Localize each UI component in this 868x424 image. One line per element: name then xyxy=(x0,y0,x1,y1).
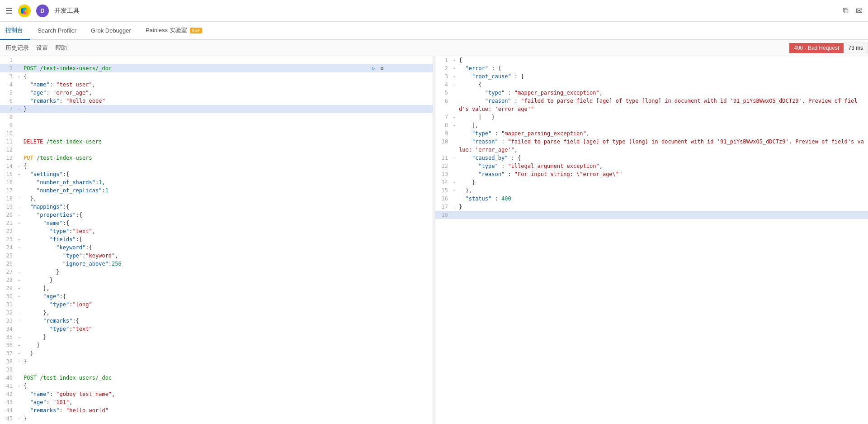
table-row: 1 xyxy=(0,56,433,64)
table-row: 40 POST /test-index-users/_doc xyxy=(0,374,433,382)
table-row: 22 "type":"text", xyxy=(0,227,433,235)
table-row: 5 "age": "error_age", xyxy=(0,89,433,97)
table-row: 31 "type":"long" xyxy=(0,300,433,309)
right-editor-pane[interactable]: 1 - { 2 - "error" : { 3 - "root_cause" :… xyxy=(435,56,868,424)
table-row: 7 - | } xyxy=(435,113,868,121)
left-editor-pane[interactable]: 1 2 POST /test-index-users/_doc ▷ ⚙ 3 - … xyxy=(0,56,433,424)
table-row: 43 "age": "101", xyxy=(0,398,433,406)
table-row: 41 - { xyxy=(0,382,433,390)
table-row: 12 xyxy=(0,146,433,154)
table-row: 18 - }, xyxy=(0,195,433,203)
table-row: 45 - } xyxy=(0,414,433,423)
table-row: 1 - { xyxy=(435,56,868,64)
svg-point-3 xyxy=(21,8,24,14)
table-row: 37 - } xyxy=(0,349,433,357)
table-row: 30 - "age":{ xyxy=(0,292,433,300)
table-row: 23 - "fields":{ xyxy=(0,235,433,243)
svg-point-0 xyxy=(18,5,31,17)
history-button[interactable]: 历史记录 xyxy=(5,44,29,52)
table-row: 24 - "keyword":{ xyxy=(0,243,433,252)
table-row: 11 DELETE /test-index-users xyxy=(0,138,433,146)
table-row: 15 - "settings":{ xyxy=(0,170,433,178)
table-row: 21 - "name":{ xyxy=(0,219,433,227)
extension-icon[interactable]: ⧉ xyxy=(843,6,849,15)
table-row: 44 "remarks": "hello world" xyxy=(0,406,433,414)
table-row: 17 - } xyxy=(435,203,868,211)
table-row: 8 xyxy=(0,113,433,121)
right-icons: ⧉ ✉ xyxy=(843,6,863,16)
table-row: 5 "type" : "mapper_parsing_exception", xyxy=(435,89,868,97)
table-row: 18 xyxy=(435,211,868,219)
table-row: 6 "reason" : "failed to parse field [age… xyxy=(435,97,868,113)
table-row: 3 - { xyxy=(0,72,433,81)
table-row: 14 - } xyxy=(435,178,868,186)
svg-point-4 xyxy=(25,8,28,14)
app-user-badge: D xyxy=(36,5,49,17)
table-row: 11 - "caused_by" : { xyxy=(435,154,868,162)
table-row: 39 xyxy=(0,366,433,374)
left-code-area: 1 2 POST /test-index-users/_doc ▷ ⚙ 3 - … xyxy=(0,56,433,424)
table-row: 29 - }, xyxy=(0,284,433,292)
table-row: 25 "type":"keyword", xyxy=(0,252,433,260)
status-bar: 400 - Bad Request 73 ms xyxy=(789,40,868,56)
response-time-badge: 73 ms xyxy=(844,43,868,53)
table-row: 32 - }, xyxy=(0,309,433,317)
table-row: 36 - } xyxy=(0,341,433,349)
table-row: 27 - } xyxy=(0,268,433,276)
table-row: 17 "number_of_replicas":1 xyxy=(0,186,433,195)
mail-icon[interactable]: ✉ xyxy=(856,6,863,16)
table-row: 6 "remarks": "hello eeee" xyxy=(0,97,433,105)
help-button[interactable]: 帮助 xyxy=(55,44,67,52)
menu-icon[interactable]: ☰ xyxy=(5,6,13,16)
table-row: 9 xyxy=(0,121,433,129)
tab-console[interactable]: 控制台 xyxy=(0,22,30,40)
table-row: 12 "type" : "illegal_argument_exception"… xyxy=(435,162,868,170)
table-row: 16 "status" : 400 xyxy=(435,195,868,203)
status-code-badge: 400 - Bad Request xyxy=(789,43,844,53)
right-code-area: 1 - { 2 - "error" : { 3 - "root_cause" :… xyxy=(435,56,868,219)
table-row: 4 - { xyxy=(435,81,868,89)
table-row: 20 - "properties":{ xyxy=(0,211,433,219)
table-row: 26 "ignore_above":256 xyxy=(0,260,433,268)
table-row: 33 - "remarks":{ xyxy=(0,317,433,325)
run-icon[interactable]: ▷ xyxy=(372,65,375,71)
toolbar: 历史记录 设置 帮助 400 - Bad Request 73 ms xyxy=(0,40,868,56)
topbar: ☰ D 开发工具 ⧉ ✉ xyxy=(0,0,868,22)
table-row: 15 - }, xyxy=(435,186,868,195)
tab-painless-lab[interactable]: Painless 实验室 true xyxy=(138,22,209,40)
app-title: 开发工具 xyxy=(54,7,837,15)
wrench-icon[interactable]: ⚙ xyxy=(380,65,383,71)
navtabs: 控制台 Search Profiler Grok Debugger Painle… xyxy=(0,22,868,40)
table-row: 34 "type":"text" xyxy=(0,325,433,333)
table-row: 10 "reason" : "failed to parse field [ag… xyxy=(435,138,868,154)
table-row: 19 - "mappings":{ xyxy=(0,203,433,211)
table-row: 13 "reason" : "For input string: \"error… xyxy=(435,170,868,178)
table-row: 28 - } xyxy=(0,276,433,284)
table-row: 7 - } xyxy=(0,105,433,113)
table-row: 10 xyxy=(0,129,433,138)
table-row: 16 "number_of_shards":1, xyxy=(0,178,433,186)
table-row: 13 PUT /test-index-users xyxy=(0,154,433,162)
elastic-logo xyxy=(18,5,31,17)
table-row: 14 - { xyxy=(0,162,433,170)
settings-button[interactable]: 设置 xyxy=(36,44,48,52)
table-row: 35 - } xyxy=(0,333,433,341)
table-row: 3 - "root_cause" : [ xyxy=(435,72,868,81)
beta-badge: true xyxy=(190,28,202,33)
table-row: 2 - "error" : { xyxy=(435,64,868,72)
tab-grok-debugger[interactable]: Grok Debugger xyxy=(84,22,138,40)
table-row: 42 "name": "goboy test name", xyxy=(0,390,433,398)
table-row: 38 - } xyxy=(0,357,433,366)
main-content: 1 2 POST /test-index-users/_doc ▷ ⚙ 3 - … xyxy=(0,56,868,424)
table-row: 2 POST /test-index-users/_doc ▷ ⚙ xyxy=(0,64,433,72)
table-row: 9 "type" : "mapper_parsing_exception", xyxy=(435,129,868,138)
table-row: 4 "name": "test user", xyxy=(0,81,433,89)
tab-search-profiler[interactable]: Search Profiler xyxy=(30,22,84,40)
table-row: 8 - ], xyxy=(435,121,868,129)
